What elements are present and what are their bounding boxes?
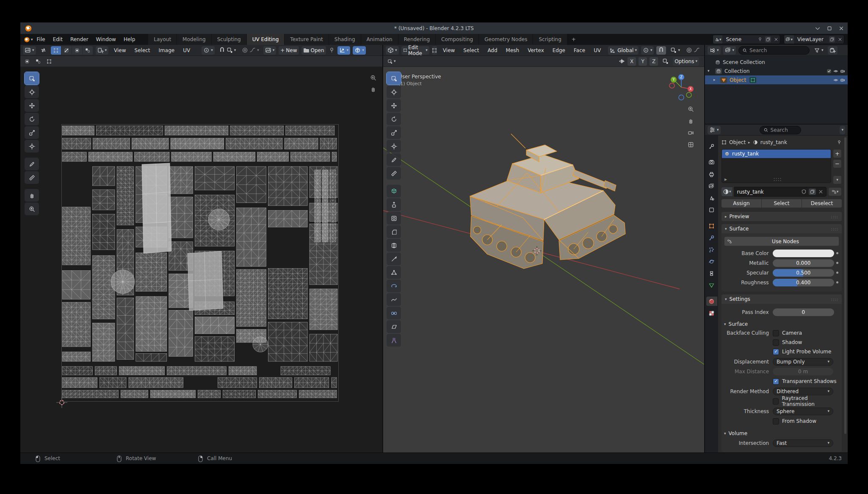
viewport-tool-knife[interactable] [387,253,401,265]
properties-tab-tool[interactable] [706,142,717,151]
uv-tool-scale[interactable] [25,126,39,139]
metallic-slider[interactable]: 0.000 [773,259,834,267]
new-scene-icon[interactable] [765,36,771,42]
select-mode-vertex[interactable] [432,46,437,55]
mode-selector[interactable]: Edit Mode▾ [401,46,429,55]
slot-specials-button[interactable]: ▾ [833,175,842,184]
viewlayer-selector[interactable]: ▾ ViewLayer [784,35,844,44]
animate-decorator[interactable] [834,252,840,254]
hide-viewport-icon[interactable] [833,78,838,83]
base-color-swatch[interactable] [773,250,834,257]
properties-tab-modifier[interactable] [706,233,717,242]
intersection-dropdown[interactable]: Fast▾ [773,439,833,447]
breadcrumb-object[interactable]: Object [729,139,746,145]
uv-tool-cursor[interactable] [25,86,39,98]
menu-file[interactable]: File [33,36,49,42]
workspace-tab-geometry-nodes[interactable]: Geometry Nodes [479,34,533,45]
breadcrumb-material[interactable]: rusty_tank [760,139,787,145]
material-slot-list[interactable]: rusty_tank ▸ :::: [721,149,831,183]
add-slot-button[interactable]: + [833,149,842,158]
zoom-icon[interactable] [370,75,376,81]
use-nodes-button[interactable]: Use Nodes [724,236,839,246]
workspace-tab-uv-editing[interactable]: UV Editing [247,34,285,45]
uv-select-island[interactable] [83,46,93,55]
viewport-tool-rotate[interactable] [387,113,401,125]
viewport-tool-rip[interactable] [387,334,401,347]
deselect-button[interactable]: Deselect [802,199,842,208]
thickness-dropdown[interactable]: Sphere▾ [773,408,833,415]
uv-display-channels-button[interactable]: ▾ [337,46,351,55]
outliner-filter-button[interactable]: ▾ [812,46,825,55]
fake-user-icon[interactable] [801,189,807,194]
viewport-tool-transform[interactable] [387,140,401,153]
minimize-icon[interactable] [815,25,821,31]
outliner-row-scene-collection[interactable]: Scene Collection [705,58,848,67]
settings-panel-header[interactable]: ▾Settings:::: [721,294,842,304]
material-slot-active[interactable]: rusty_tank [722,150,831,158]
snap-base-button[interactable] [661,57,670,66]
properties-tab-constraint[interactable] [706,269,717,278]
vp-menu-vertex[interactable]: Vertex [525,47,547,53]
properties-tab-scene[interactable] [706,193,717,203]
viewport-tool-selbox[interactable] [387,72,401,85]
roughness-slider[interactable]: 0.400 [773,279,834,286]
vp-menu-add[interactable]: Add [484,47,500,53]
animate-decorator[interactable] [834,262,840,264]
navigation-gizmo[interactable]: Z X Y [666,72,697,103]
checkbox[interactable]: ✓ [773,378,779,385]
uv-proportional-button[interactable]: ▾ [240,46,261,55]
uv-tool-rotate[interactable] [25,113,39,125]
pin-icon[interactable] [757,37,763,42]
vp-menu-uv[interactable]: UV [591,47,604,53]
zoom-icon[interactable] [688,106,694,112]
chevron-down-icon[interactable]: ▾ [708,69,713,73]
checkbox[interactable]: ✓ [773,349,779,355]
viewport-tool-inset[interactable] [387,212,401,225]
proportional-edit-button[interactable] [684,46,702,55]
chevron-right-icon[interactable]: ▸ [713,78,719,82]
viewport-tool-measure[interactable] [387,167,401,180]
properties-tab-data[interactable] [706,280,717,290]
viewport-tool-shear[interactable] [387,320,401,333]
properties-tab-particles[interactable] [706,245,717,254]
settings-surface-header[interactable]: ▾Surface [724,320,839,328]
pan-icon[interactable] [370,86,376,92]
workspace-tab-rendering[interactable]: Rendering [398,34,435,45]
properties-tab-texture[interactable] [706,308,717,318]
uv-menu-uv[interactable]: UV [180,47,193,53]
mirror-y-toggle[interactable]: Y [639,57,647,66]
outliner-row-object[interactable]: ▸ Object [705,75,848,84]
workspace-tab-texture-paint[interactable]: Texture Paint [285,34,328,45]
uv-tool-option-1[interactable] [23,57,31,66]
properties-options-button[interactable]: ▾ [840,126,845,134]
duplicate-material-icon[interactable] [810,189,815,194]
viewport-tool-scale[interactable] [387,126,401,139]
collection-checkbox[interactable] [827,69,832,74]
blender-menu-button[interactable]: ▾ [24,36,33,43]
animate-decorator[interactable] [834,272,840,274]
snap-toggle[interactable] [656,46,666,55]
viewport-tool-annot[interactable] [387,153,401,166]
checkbox[interactable] [773,418,779,425]
vp-menu-select[interactable]: Select [460,47,482,53]
viewport-tool-smooth[interactable] [387,293,401,306]
uv-tool-selbox[interactable] [25,72,39,85]
uv-select-face[interactable] [72,46,82,55]
title-bar[interactable]: * (Unsaved) - Blender 4.2.3 LTS [20,22,848,34]
pin-icon[interactable] [329,47,335,53]
menu-help[interactable]: Help [120,36,139,42]
vp-menu-view[interactable]: View [440,47,458,53]
pivot-point-button[interactable]: ▾ [641,46,654,55]
vp-menu-edge[interactable]: Edge [550,47,568,53]
ortho-toggle-icon[interactable] [688,142,694,148]
viewport-tool-bevel[interactable] [387,225,401,238]
remove-slot-button[interactable]: − [833,159,842,168]
checkbox[interactable] [773,339,779,346]
settings-volume-header[interactable]: ▾Volume [724,429,839,438]
uv-new-image-button[interactable]: +New [279,46,299,55]
hide-viewport-icon[interactable] [833,69,838,74]
uv-sync-toggle[interactable] [39,46,48,55]
vp-menu-mesh[interactable]: Mesh [503,47,522,53]
menu-window[interactable]: Window [92,36,120,42]
outliner-type-button[interactable]: ▾ [708,46,721,55]
